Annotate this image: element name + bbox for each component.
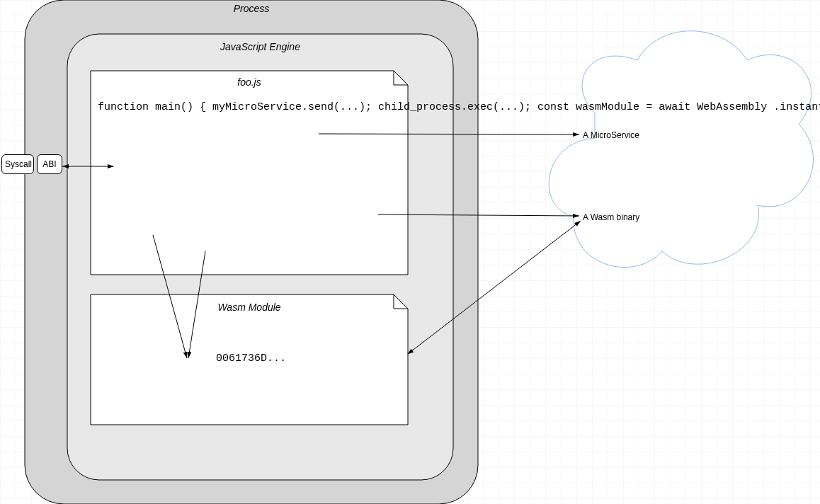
foo-code: function main() { myMicroService.send(..… (98, 99, 820, 115)
syscall-box: Syscall (1, 154, 34, 174)
arrow-microservice (319, 134, 579, 134)
cloud-wasmbinary-label: A Wasm binary (583, 212, 639, 222)
arrow-wasmmodule-wasmbinary (408, 221, 581, 354)
cloud-microservice-label: A MicroService (583, 130, 639, 140)
cloud-shape (549, 31, 813, 268)
process-title: Process (25, 3, 478, 14)
arrow-x-to-wasm (153, 235, 187, 358)
arrow-fetch-wasmbinary (378, 214, 579, 216)
wasm-hex: 0061736D... (216, 353, 286, 365)
wasm-title: Wasm Module (91, 299, 408, 319)
foo-title: foo.js (91, 74, 408, 93)
js-engine-title: JavaScript Engine (67, 41, 453, 52)
abi-box: ABI (37, 154, 62, 174)
